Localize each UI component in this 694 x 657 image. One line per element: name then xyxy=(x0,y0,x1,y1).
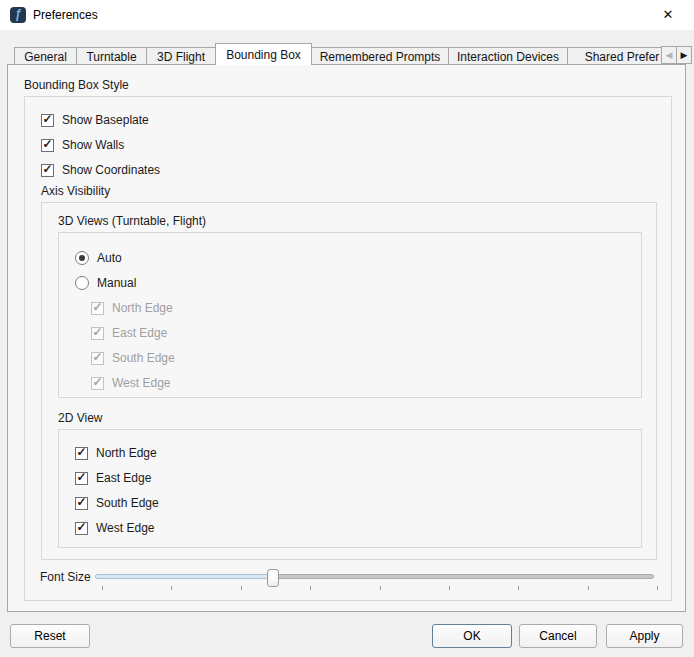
check-icon: ✓ xyxy=(92,351,102,364)
2d-east-edge-row: ✓ East Edge xyxy=(75,471,151,485)
window-title: Preferences xyxy=(33,8,98,22)
views-3d-group: Auto Manual ✓ North Edge ✓ East Edge xyxy=(58,232,642,398)
2d-north-edge-label[interactable]: North Edge xyxy=(96,446,157,460)
tab-label: Remembered Prompts xyxy=(320,50,441,64)
tab-label: Bounding Box xyxy=(226,48,301,62)
check-icon: ✓ xyxy=(42,163,52,176)
bounding-box-style-group: ✓ Show Baseplate ✓ Show Walls ✓ Show Coo… xyxy=(24,96,672,601)
auto-radio-label[interactable]: Auto xyxy=(97,251,122,265)
slider-tick xyxy=(657,586,658,590)
auto-radio-row: Auto xyxy=(75,251,122,265)
check-icon: ✓ xyxy=(92,376,102,389)
manual-radio-row: Manual xyxy=(75,276,136,290)
3d-west-edge-checkbox: ✓ xyxy=(91,377,104,390)
show-walls-label[interactable]: Show Walls xyxy=(62,138,124,152)
views-3d-title: 3D Views (Turntable, Flight) xyxy=(58,214,206,228)
2d-west-edge-checkbox[interactable]: ✓ xyxy=(75,522,88,535)
3d-north-edge-row: ✓ North Edge xyxy=(91,301,173,315)
tab-interaction-devices[interactable]: Interaction Devices xyxy=(448,47,568,65)
cancel-button[interactable]: Cancel xyxy=(519,624,597,648)
2d-west-edge-label[interactable]: West Edge xyxy=(96,521,154,535)
2d-south-edge-checkbox[interactable]: ✓ xyxy=(75,497,88,510)
view-2d-title: 2D View xyxy=(58,411,102,425)
3d-east-edge-row: ✓ East Edge xyxy=(91,326,167,340)
3d-west-edge-label: West Edge xyxy=(112,376,170,390)
show-coordinates-row: ✓ Show Coordinates xyxy=(41,163,160,177)
tab-turntable[interactable]: Turntable xyxy=(76,47,147,65)
3d-east-edge-checkbox: ✓ xyxy=(91,327,104,340)
bounding-box-tab-page: Bounding Box Style ✓ Show Baseplate ✓ Sh… xyxy=(7,64,686,612)
slider-tick xyxy=(102,586,103,590)
font-size-slider-thumb[interactable] xyxy=(267,569,279,587)
show-baseplate-row: ✓ Show Baseplate xyxy=(41,113,149,127)
2d-south-edge-row: ✓ South Edge xyxy=(75,496,159,510)
2d-east-edge-label[interactable]: East Edge xyxy=(96,471,151,485)
3d-west-edge-row: ✓ West Edge xyxy=(91,376,170,390)
check-icon: ✓ xyxy=(76,521,86,534)
manual-radio[interactable] xyxy=(75,276,89,290)
view-2d-group: ✓ North Edge ✓ East Edge ✓ South Edge ✓ … xyxy=(58,429,642,548)
check-icon: ✓ xyxy=(92,301,102,314)
auto-radio[interactable] xyxy=(75,251,89,265)
tab-scroll-buttons: ◀ ▶ xyxy=(661,46,691,64)
tab-3d-flight[interactable]: 3D Flight xyxy=(146,47,216,65)
tab-label: General xyxy=(24,50,67,64)
2d-north-edge-checkbox[interactable]: ✓ xyxy=(75,447,88,460)
3d-south-edge-checkbox: ✓ xyxy=(91,352,104,365)
bounding-box-style-title: Bounding Box Style xyxy=(24,78,129,92)
check-icon: ✓ xyxy=(42,138,52,151)
slider-tick xyxy=(171,586,172,590)
title-bar: ƒ Preferences ✕ xyxy=(0,0,694,30)
3d-east-edge-label: East Edge xyxy=(112,326,167,340)
show-baseplate-label[interactable]: Show Baseplate xyxy=(62,113,149,127)
ok-button[interactable]: OK xyxy=(432,624,512,648)
3d-north-edge-checkbox: ✓ xyxy=(91,302,104,315)
axis-visibility-group: 3D Views (Turntable, Flight) Auto Manual… xyxy=(41,202,657,560)
tab-remembered-prompts[interactable]: Remembered Prompts xyxy=(311,47,449,65)
reset-button[interactable]: Reset xyxy=(10,624,90,648)
tab-label: Shared Prefer xyxy=(585,50,660,64)
preferences-dialog: ƒ Preferences ✕ General Turntable 3D Fli… xyxy=(0,0,694,657)
tab-scroll-right-icon[interactable]: ▶ xyxy=(676,46,692,64)
slider-tick xyxy=(588,586,589,590)
slider-tick xyxy=(449,586,450,590)
manual-radio-label[interactable]: Manual xyxy=(97,276,136,290)
show-walls-checkbox[interactable]: ✓ xyxy=(41,139,54,152)
check-icon: ✓ xyxy=(92,326,102,339)
check-icon: ✓ xyxy=(42,113,52,126)
font-size-slider-fill xyxy=(95,574,274,579)
slider-tick xyxy=(380,586,381,590)
3d-north-edge-label: North Edge xyxy=(112,301,173,315)
tab-bounding-box[interactable]: Bounding Box xyxy=(215,43,312,65)
check-icon: ✓ xyxy=(76,496,86,509)
tab-scroll-left-icon[interactable]: ◀ xyxy=(661,46,677,64)
slider-tick xyxy=(241,586,242,590)
font-size-slider[interactable] xyxy=(95,569,657,591)
slider-tick xyxy=(518,586,519,590)
tab-general[interactable]: General xyxy=(14,47,77,65)
2d-west-edge-row: ✓ West Edge xyxy=(75,521,154,535)
tab-label: Turntable xyxy=(86,50,136,64)
tab-label: Interaction Devices xyxy=(457,50,559,64)
app-icon: ƒ xyxy=(10,7,26,23)
show-coordinates-checkbox[interactable]: ✓ xyxy=(41,164,54,177)
close-icon[interactable]: ✕ xyxy=(648,0,688,30)
3d-south-edge-label: South Edge xyxy=(112,351,175,365)
apply-button[interactable]: Apply xyxy=(606,624,683,648)
2d-east-edge-checkbox[interactable]: ✓ xyxy=(75,472,88,485)
show-baseplate-checkbox[interactable]: ✓ xyxy=(41,114,54,127)
axis-visibility-title: Axis Visibility xyxy=(41,184,110,198)
2d-north-edge-row: ✓ North Edge xyxy=(75,446,157,460)
tab-bar: General Turntable 3D Flight Bounding Box… xyxy=(14,42,694,65)
tab-label: 3D Flight xyxy=(157,50,205,64)
check-icon: ✓ xyxy=(76,471,86,484)
check-icon: ✓ xyxy=(76,446,86,459)
font-size-label: Font Size xyxy=(40,567,91,587)
show-walls-row: ✓ Show Walls xyxy=(41,138,124,152)
slider-tick xyxy=(310,586,311,590)
show-coordinates-label[interactable]: Show Coordinates xyxy=(62,163,160,177)
2d-south-edge-label[interactable]: South Edge xyxy=(96,496,159,510)
3d-south-edge-row: ✓ South Edge xyxy=(91,351,175,365)
